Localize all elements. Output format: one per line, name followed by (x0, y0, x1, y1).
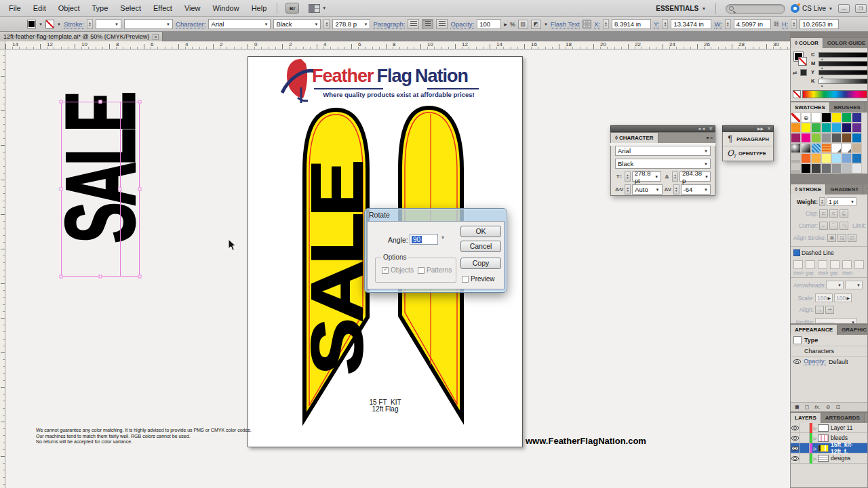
tab-color-guide[interactable]: COLOR GUIDE (823, 38, 868, 48)
appearance-row-characters[interactable]: Characters (791, 346, 867, 357)
expand-arrow-icon[interactable]: ▷ (812, 446, 818, 451)
close-icon[interactable]: ✕ (767, 127, 771, 131)
tab-graphic-styles[interactable]: GRAPHIC STYLES (837, 325, 868, 335)
horizontal-ruler[interactable]: 1412108642024681012141618202224262830 (5, 41, 790, 49)
tab-transparency[interactable]: TRANSPARENCY (863, 184, 868, 195)
font-size-dropdown[interactable]: 278.8 p▼ (332, 19, 370, 29)
opentype-panel-button[interactable]: OT OPENTYPE (723, 146, 773, 161)
tab-symbols[interactable]: SYMBOLS (865, 102, 868, 113)
arrowhead-start-dropdown[interactable]: ▼ (826, 281, 844, 289)
align-center-button[interactable]: ▣ (827, 234, 836, 242)
chevron-down-icon[interactable]: ▼ (544, 22, 548, 26)
patterns-checkbox[interactable]: Patterns (418, 266, 452, 274)
lock-cell[interactable] (800, 433, 810, 443)
rotate-dialog-title[interactable]: Rotate (367, 211, 505, 221)
swatch[interactable] (842, 113, 852, 123)
menu-window[interactable]: Window (207, 0, 245, 17)
paragraph-panel-button[interactable]: ¶ PARAGRAPH (723, 132, 773, 146)
stroke-weight-stepper[interactable]: ▲▼ (87, 19, 93, 29)
swatch[interactable] (811, 113, 821, 123)
kerning-stepper[interactable]: ▲▼ (625, 184, 631, 195)
swap-colors-icon[interactable]: ⇄ (793, 70, 797, 76)
swatch[interactable]: ⊕ (801, 113, 811, 123)
swatch[interactable] (821, 143, 831, 153)
color-slider-m[interactable]: M▲ (808, 59, 868, 68)
vertical-ruler[interactable] (0, 41, 5, 488)
round-cap-button[interactable]: ⊂ (829, 209, 838, 218)
rotate-dialog[interactable]: Rotate Angle: 90 ° Options Objects Patte… (364, 208, 507, 293)
chevron-right-icon[interactable]: ▶ (504, 22, 507, 26)
ruler-corner[interactable] (0, 41, 5, 49)
align-right-button[interactable] (436, 19, 448, 29)
tab-stroke[interactable]: ◊STROKE (791, 184, 826, 195)
cs-live-menu[interactable]: CS Live ▼ (791, 4, 833, 13)
w-input[interactable]: 4.5097 in (734, 19, 771, 29)
flag-sale-text[interactable]: SALE (309, 144, 365, 396)
clear-appearance-icon[interactable]: ⊘ (826, 404, 831, 410)
none-swatch[interactable] (793, 90, 801, 98)
selection-anchor-handle[interactable] (119, 188, 122, 191)
tab-swatches[interactable]: SWATCHES (791, 102, 830, 113)
swatch[interactable] (831, 153, 842, 163)
chevron-down-icon[interactable]: ▼ (57, 22, 61, 26)
swatch[interactable] (811, 123, 821, 133)
swatch[interactable] (852, 153, 862, 163)
swatch[interactable] (831, 133, 842, 143)
swatch[interactable] (821, 163, 831, 174)
leading-stepper[interactable]: ▲▼ (672, 171, 678, 182)
selection-handle[interactable] (138, 100, 142, 104)
arrowhead-end-dropdown[interactable]: ▼ (845, 281, 863, 289)
swatch[interactable] (831, 113, 842, 123)
panel-drag-bar[interactable]: ◄◄ ✕ (610, 125, 715, 132)
copy-button[interactable]: Copy (460, 258, 501, 269)
channel-slider-bar[interactable]: ▲ (818, 70, 868, 75)
tab-color[interactable]: ◊COLOR (791, 38, 823, 48)
x-link[interactable]: X: (594, 20, 600, 28)
collapse-icons[interactable]: ◄◄ (697, 127, 705, 131)
workspace-switcher[interactable]: ESSENTIALS ▼ (656, 5, 706, 12)
leading-dropdown[interactable]: 284.38 p▼ (679, 171, 711, 182)
selection-handle[interactable] (138, 275, 142, 279)
align-inside-button[interactable]: ◲ (837, 234, 846, 242)
menu-view[interactable]: View (178, 0, 207, 17)
layer-name[interactable]: bleeds (831, 434, 848, 441)
tracking-stepper[interactable]: ▲▼ (673, 184, 679, 195)
layer-name[interactable]: 15ft_kit-12ft_f. (831, 441, 867, 455)
h-input[interactable]: 10.2653 in (800, 19, 839, 29)
swatch[interactable] (821, 133, 831, 143)
swatch[interactable] (811, 163, 821, 174)
color-group-folder-icon[interactable] (791, 163, 801, 174)
arrange-documents-button[interactable]: ▼ (309, 4, 326, 13)
recolor-artwork-icon[interactable]: ◩ (531, 20, 541, 29)
objects-checkbox[interactable]: Objects (382, 266, 414, 274)
color-slider-k[interactable]: K▲ (808, 77, 868, 85)
expand-arrow-icon[interactable]: ▷ (812, 426, 818, 430)
font-style-dropdown[interactable]: Black▼ (615, 159, 711, 169)
profile-dropdown[interactable]: ———▼ (815, 318, 857, 324)
layer-name[interactable]: Layer 11 (831, 424, 852, 431)
font-family-dropdown[interactable]: Arial▼ (615, 146, 711, 156)
swatch[interactable] (801, 163, 811, 174)
tab-artboards[interactable]: ARTBOARDS (821, 413, 865, 423)
dashed-line-checkbox[interactable] (793, 249, 800, 256)
swatch[interactable] (801, 153, 811, 163)
h-stepper[interactable]: ▲▼ (791, 19, 797, 29)
bridge-button[interactable]: Br (285, 3, 299, 14)
lock-cell[interactable] (800, 423, 810, 433)
stroke-weight-dropdown[interactable]: ▼ (96, 19, 121, 29)
stroke-color-swatch[interactable] (45, 20, 54, 28)
collapsed-panel-stack[interactable]: ▶▶ ✕ ¶ PARAGRAPH OT OPENTYPE (722, 125, 774, 161)
visibility-eye-icon[interactable] (791, 456, 799, 461)
h-link[interactable]: H: (782, 20, 789, 28)
scale-start-input[interactable]: 100▶ (815, 293, 833, 302)
x-input[interactable]: 8.3914 in (612, 19, 651, 29)
layer-row[interactable]: ▷ designs (791, 453, 867, 464)
ok-button[interactable]: OK (460, 226, 501, 237)
swatch[interactable] (801, 143, 811, 153)
swatch[interactable] (852, 143, 862, 153)
swatch[interactable] (831, 123, 842, 133)
character-link[interactable]: Character: (176, 20, 205, 28)
character-panel[interactable]: ◄◄ ✕ ◊CHARACTER ▼≡ Arial▼ Black▼ T↕▲▼ 27… (610, 125, 715, 196)
layer-row-selected[interactable]: ▷ 15ft_kit-12ft_f. (791, 443, 867, 453)
selection-handle[interactable] (60, 100, 63, 104)
